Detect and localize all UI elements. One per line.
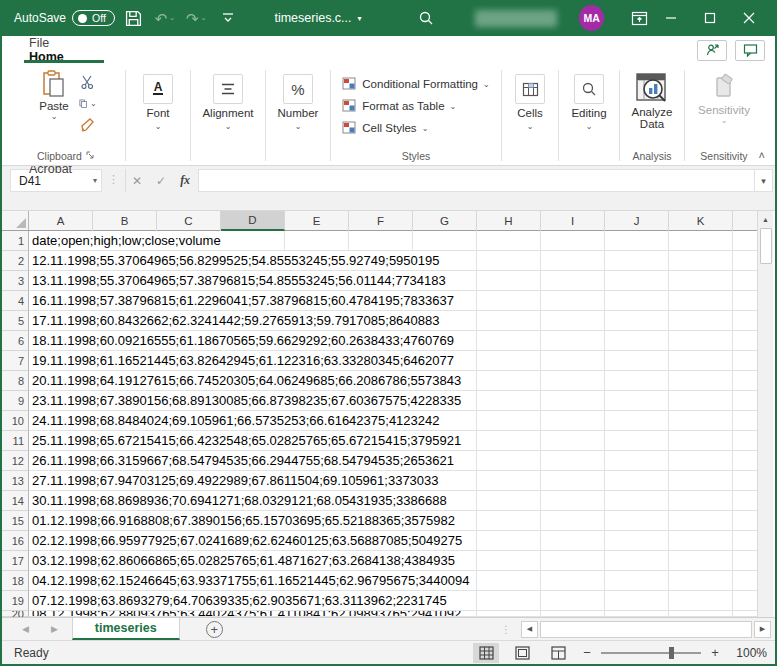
scroll-left-button[interactable]: ◀ (521, 621, 538, 638)
select-all-button[interactable] (2, 211, 29, 230)
normal-view-button[interactable] (473, 643, 499, 663)
previous-sheet-button[interactable]: ◀ (22, 624, 29, 634)
row-cells[interactable]: 23.11.1998;67.3890156;68.89130085;66.873… (29, 391, 757, 411)
zoom-out-button[interactable]: − (581, 645, 593, 660)
zoom-in-button[interactable]: + (709, 645, 721, 660)
row-cells[interactable]: 24.11.1998;68.8484024;69.105961;66.57352… (29, 411, 757, 431)
vertical-scrollbar[interactable]: ▲ (757, 211, 773, 617)
next-sheet-button[interactable]: ▶ (51, 624, 58, 634)
row-cells[interactable]: 20.11.1998;64.19127615;66.74520305;64.06… (29, 371, 757, 391)
row-header[interactable]: 13 (2, 471, 29, 491)
new-sheet-button[interactable]: + (206, 618, 223, 640)
column-header[interactable]: K (669, 211, 733, 231)
row-header[interactable]: 14 (2, 491, 29, 511)
enter-button[interactable]: ✓ (156, 174, 166, 188)
row-cells[interactable]: 03.12.1998;62.86066865;65.02825765;61.48… (29, 551, 757, 571)
row-cells[interactable]: 25.11.1998;65.67215415;66.4232548;65.028… (29, 431, 757, 451)
row-cells[interactable]: date;open;high;low;close;volume (29, 231, 757, 251)
row-header[interactable]: 11 (2, 431, 29, 451)
styles-menu-item[interactable]: Format as Table ⌄ (342, 96, 456, 116)
horizontal-scrollbar-thumb[interactable] (540, 621, 752, 638)
column-header[interactable]: E (285, 211, 349, 231)
font-group-collapsed[interactable]: A Font ⌄ (127, 66, 189, 165)
column-header[interactable]: C (157, 211, 221, 231)
share-button[interactable] (697, 40, 727, 61)
formula-input[interactable] (198, 169, 755, 192)
search-button[interactable] (414, 5, 439, 31)
save-button[interactable] (121, 5, 146, 31)
row-header[interactable]: 16 (2, 531, 29, 551)
row-cells[interactable]: 08.12.1998;62.88093765;63.44024375;61.41… (29, 611, 757, 617)
row-header[interactable]: 5 (2, 311, 29, 331)
row-cells[interactable]: 18.11.1998;60.09216555;61.18670565;59.66… (29, 331, 757, 351)
minimize-button[interactable] (652, 0, 691, 36)
maximize-button[interactable] (691, 0, 730, 36)
row-header[interactable]: 4 (2, 291, 29, 311)
cancel-button[interactable]: ✕ (132, 174, 142, 188)
zoom-level[interactable]: 100% (731, 646, 767, 660)
column-header[interactable]: F (349, 211, 413, 231)
row-header[interactable]: 12 (2, 451, 29, 471)
zoom-slider-thumb[interactable] (669, 647, 674, 659)
scroll-up-button[interactable]: ▲ (758, 211, 774, 228)
row-cells[interactable]: 16.11.1998;57.38796815;61.2296041;57.387… (29, 291, 757, 311)
number-group-collapsed[interactable]: % Number ⌄ (267, 66, 329, 165)
row-header[interactable]: 9 (2, 391, 29, 411)
row-header[interactable]: 15 (2, 511, 29, 531)
close-button[interactable] (730, 0, 769, 36)
row-cells[interactable]: 07.12.1998;63.8693279;64.70639335;62.903… (29, 591, 757, 611)
cells-group-collapsed[interactable]: Cells ⌄ (503, 66, 557, 165)
ribbon-tab[interactable]: Home (16, 50, 112, 64)
sheet-tab-timeseries[interactable]: timeseries (72, 618, 180, 640)
insert-function-button[interactable]: fx (180, 173, 190, 188)
page-layout-view-button[interactable] (509, 643, 535, 663)
avatar[interactable]: MA (579, 5, 604, 31)
column-header[interactable]: H (477, 211, 541, 231)
row-header[interactable]: 17 (2, 551, 29, 571)
undo-button[interactable]: ↶⌄ (152, 5, 177, 31)
column-header[interactable]: G (413, 211, 477, 231)
scroll-right-button[interactable]: ▶ (754, 621, 771, 638)
row-cells[interactable]: 30.11.1998;68.8698936;70.6941271;68.0329… (29, 491, 757, 511)
row-header[interactable]: 18 (2, 571, 29, 591)
row-cells[interactable]: 12.11.1998;55.37064965;56.8299525;54.855… (29, 251, 757, 271)
comments-button[interactable] (735, 40, 765, 61)
zoom-slider[interactable] (601, 652, 701, 654)
sensitivity-button[interactable]: Sensitivity ⌄ (694, 70, 754, 127)
row-header[interactable]: 7 (2, 351, 29, 371)
row-cells[interactable]: 13.11.1998;55.37064965;57.38796815;54.85… (29, 271, 757, 291)
vertical-scrollbar-thumb[interactable] (760, 228, 772, 264)
row-header[interactable]: 6 (2, 331, 29, 351)
row-header[interactable]: 10 (2, 411, 29, 431)
row-header[interactable]: 19 (2, 591, 29, 611)
editing-group-collapsed[interactable]: Editing ⌄ (560, 66, 618, 165)
row-cells[interactable]: 19.11.1998;61.16521445;63.82642945;61.12… (29, 351, 757, 371)
row-cells[interactable]: 01.12.1998;66.9168808;67.3890156;65.1570… (29, 511, 757, 531)
alignment-group-collapsed[interactable]: Alignment ⌄ (192, 66, 264, 165)
row-header[interactable]: 8 (2, 371, 29, 391)
column-header[interactable]: B (93, 211, 157, 231)
paste-button[interactable]: Paste ⌄ (35, 68, 72, 123)
ribbon-tab[interactable]: File (16, 36, 112, 50)
formula-bar-expand-button[interactable]: ▾ (755, 169, 773, 192)
column-header[interactable]: J (605, 211, 669, 231)
autosave-toggle[interactable]: AutoSave Off (14, 10, 115, 26)
ribbon-display-options-button[interactable] (626, 5, 651, 31)
tab-bar-splitter[interactable]: ⋮ (501, 624, 511, 635)
clipboard-dialog-launcher[interactable] (86, 151, 95, 162)
row-cells[interactable]: 17.11.1998;60.8432662;62.3241442;59.2765… (29, 311, 757, 331)
styles-menu-item[interactable]: Cell Styles ⌄ (342, 118, 428, 138)
collapse-ribbon-button[interactable]: ˄ (759, 149, 765, 161)
styles-menu-item[interactable]: Conditional Formatting ⌄ (342, 74, 489, 94)
page-break-preview-button[interactable] (545, 643, 571, 663)
row-cells[interactable]: 02.12.1998;66.95977925;67.0241689;62.624… (29, 531, 757, 551)
autosave-pill[interactable]: Off (72, 10, 115, 26)
customize-quick-access-button[interactable] (215, 5, 240, 31)
copy-button[interactable]: ⌄ (79, 95, 97, 111)
row-header[interactable]: 3 (2, 271, 29, 291)
row-header[interactable]: 1 (2, 231, 29, 251)
row-cells[interactable]: 26.11.1998;66.3159667;68.54794535;66.294… (29, 451, 757, 471)
document-title[interactable]: timeseries.c... ▾ (274, 11, 361, 25)
analyze-data-button[interactable]: Analyze Data (628, 70, 677, 132)
row-header[interactable]: 20 (2, 611, 29, 617)
